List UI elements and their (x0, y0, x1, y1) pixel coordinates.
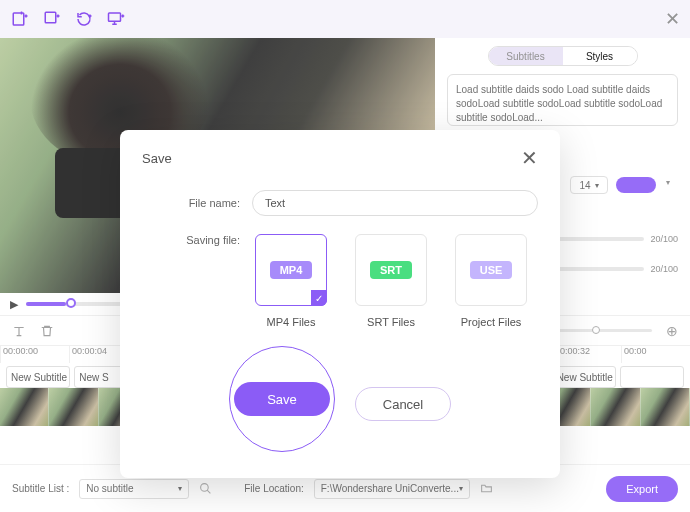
save-button-highlight: Save (229, 346, 335, 452)
file-type-srt[interactable]: SRT SRT Files (352, 234, 430, 328)
close-icon[interactable]: ✕ (521, 146, 538, 170)
saving-file-label: Saving file: (142, 234, 252, 246)
srt-badge: SRT (370, 261, 412, 279)
file-type-label: SRT Files (367, 316, 415, 328)
file-type-project[interactable]: USE Project Files (452, 234, 530, 328)
save-button[interactable]: Save (234, 382, 330, 416)
mp4-badge: MP4 (270, 261, 313, 279)
cancel-button[interactable]: Cancel (355, 387, 451, 421)
file-type-mp4[interactable]: MP4 MP4 Files (252, 234, 330, 328)
file-name-label: File name: (142, 197, 252, 209)
file-name-input[interactable] (252, 190, 538, 216)
file-type-label: MP4 Files (267, 316, 316, 328)
use-badge: USE (470, 261, 513, 279)
file-type-label: Project Files (461, 316, 522, 328)
dialog-title: Save (142, 151, 172, 166)
save-dialog: Save ✕ File name: Saving file: MP4 MP4 F… (120, 130, 560, 478)
